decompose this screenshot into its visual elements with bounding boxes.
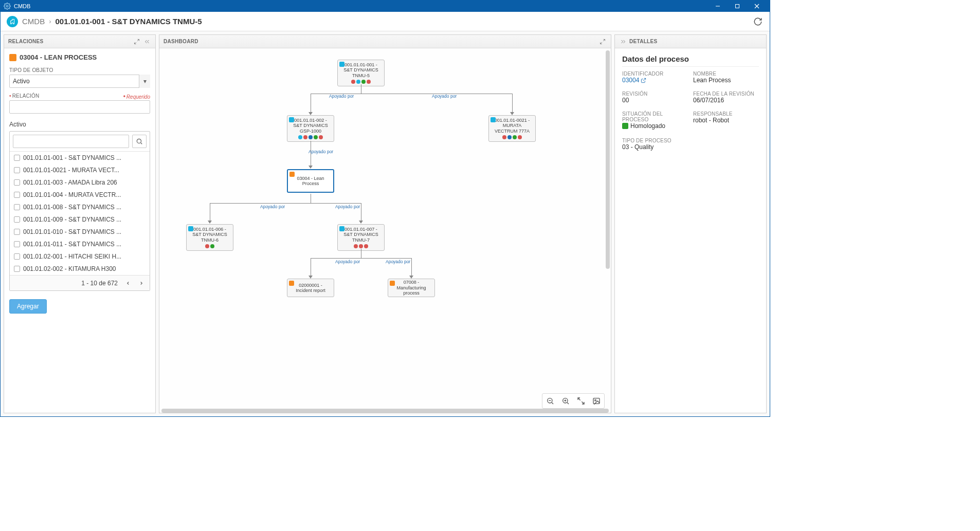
svg-line-16 <box>643 78 646 81</box>
diagram-node[interactable]: 001.01.01-006 - S&T DYNAMICS TNMU-6 <box>186 224 233 251</box>
fit-button[interactable] <box>574 395 588 407</box>
expand-icon[interactable] <box>133 38 141 46</box>
requerido-hint: Requerido <box>126 94 150 100</box>
status-icon <box>622 123 628 129</box>
svg-point-0 <box>6 5 8 7</box>
responsable-label: RESPONSABLE <box>693 111 759 117</box>
list-item[interactable]: 001.01.01-009 - S&T DYNAMICS ... <box>10 213 150 226</box>
pager-text: 1 - 10 de 672 <box>81 280 118 287</box>
situacion-value: Homologado <box>630 122 665 130</box>
detalles-panel: DETALLES Datos del proceso IDENTIFICADOR… <box>614 34 767 413</box>
list-item[interactable]: 001.01.02-002 - KITAMURA H300 <box>10 263 150 275</box>
titlebar-title: CMDB <box>14 3 708 9</box>
pager-prev[interactable] <box>123 278 133 288</box>
checkbox[interactable] <box>14 192 20 198</box>
diagram-node[interactable]: 001.01.01-001 - S&T DYNAMICS TNMU-5 <box>337 60 385 86</box>
tipo-objeto-label: TIPO DE OBJETO <box>9 67 150 73</box>
svg-line-11 <box>567 402 569 404</box>
pager-next[interactable] <box>136 278 147 288</box>
zoom-in-button[interactable] <box>559 395 572 407</box>
checkbox[interactable] <box>14 216 20 223</box>
fecha-value: 06/07/2016 <box>693 97 759 104</box>
list-item-label: 001.01.01-0021 - MURATA VECT... <box>23 167 119 174</box>
checkbox[interactable] <box>14 179 20 186</box>
relaciones-panel: RELACIONES 03004 - LEAN PROCESS TIPO DE … <box>4 34 156 413</box>
relacion-input[interactable] <box>9 100 150 114</box>
breadcrumb-root[interactable]: CMDB <box>22 17 45 26</box>
checkbox[interactable] <box>14 241 20 247</box>
collapse-left-icon[interactable] <box>143 38 151 46</box>
diagram-node[interactable]: 02000001 - Incident report <box>287 279 334 297</box>
detalles-title: DETALLES <box>629 39 657 44</box>
list-item[interactable]: 001.01.01-008 - S&T DYNAMICS ... <box>10 201 150 213</box>
list-item-label: 001.01.01-001 - S&T DYNAMICS ... <box>23 154 121 161</box>
zoom-out-button[interactable] <box>543 395 557 407</box>
diagram-node[interactable]: 07008 - Manufacturing process <box>388 279 435 297</box>
agregar-button[interactable]: Agregar <box>9 299 47 314</box>
relaciones-title: RELACIONES <box>8 39 44 44</box>
list-item-label: 001.01.01-010 - S&T DYNAMICS ... <box>23 228 121 235</box>
horizontal-scrollbar[interactable] <box>161 409 609 413</box>
edge-label: Apoyado por <box>335 204 360 209</box>
list-item[interactable]: 001.01.02-001 - HITACHI SEIKI H... <box>10 250 150 263</box>
list-item[interactable]: 001.01.01-0021 - MURATA VECT... <box>10 164 150 176</box>
checkbox[interactable] <box>14 266 20 272</box>
breadcrumb-current: 001.01.01-001 - S&T DYNAMICS TNMU-5 <box>56 17 202 26</box>
breadcrumb: CMDB › 001.01.01-001 - S&T DYNAMICS TNMU… <box>1 12 770 31</box>
list-item[interactable]: 001.01.01-003 - AMADA Libra 206 <box>10 176 150 189</box>
refresh-button[interactable] <box>752 16 764 27</box>
checkbox[interactable] <box>14 155 20 161</box>
list-item[interactable]: 001.01.01-004 - MURATA VECTR... <box>10 189 150 201</box>
list-item-label: 001.01.02-002 - KITAMURA H300 <box>23 265 116 272</box>
activo-listbox: 001.01.01-001 - S&T DYNAMICS ...001.01.0… <box>9 131 150 291</box>
image-button[interactable] <box>590 395 603 407</box>
checkbox[interactable] <box>14 253 20 260</box>
checkbox[interactable] <box>14 167 20 173</box>
diagram-node[interactable]: 001.01.01-002 - S&T DYNAMICS GSP-1000 <box>287 115 334 142</box>
building-icon <box>7 16 18 27</box>
tipo-objeto-select[interactable] <box>9 75 150 88</box>
identificador-link[interactable]: 03004 <box>622 77 646 84</box>
list-item-label: 001.01.01-009 - S&T DYNAMICS ... <box>23 216 121 223</box>
situacion-label: SITUACIÓN DEL PROCESO <box>622 111 688 122</box>
dashboard-title: DASHBOARD <box>164 39 198 44</box>
list-item-label: 001.01.01-004 - MURATA VECTR... <box>23 191 121 198</box>
external-link-icon <box>641 78 646 83</box>
tipo-proceso-label: TIPO DE PROCESO <box>622 138 688 143</box>
nombre-label: NOMBRE <box>693 71 759 77</box>
list-item[interactable]: 001.01.01-011 - S&T DYNAMICS ... <box>10 238 150 250</box>
svg-line-8 <box>552 402 553 404</box>
checkbox[interactable] <box>14 204 20 210</box>
activo-search-input[interactable] <box>13 135 129 148</box>
svg-point-15 <box>595 399 596 401</box>
detalles-section-title: Datos del proceso <box>622 54 759 67</box>
edge-label: Apoyado por <box>308 149 333 154</box>
edge-label: Apoyado por <box>386 259 410 264</box>
list-item-label: 001.01.01-011 - S&T DYNAMICS ... <box>23 241 121 248</box>
process-icon <box>9 54 16 61</box>
diagram-node[interactable]: 001.01.01-0021 - MURATA VECTRUM 777A <box>488 115 536 142</box>
responsable-value: robot - Robot <box>693 117 759 124</box>
maximize-button[interactable] <box>728 1 747 12</box>
svg-rect-2 <box>736 5 739 8</box>
revision-value: 00 <box>622 97 688 104</box>
diagram-node-selected[interactable]: 03004 - Lean Process <box>287 169 334 193</box>
tipo-proceso-value: 03 - Quality <box>622 143 688 151</box>
diagram-canvas[interactable]: 001.01.01-001 - S&T DYNAMICS TNMU-5 001.… <box>159 48 611 413</box>
search-button[interactable] <box>132 135 147 148</box>
gear-icon <box>4 3 11 10</box>
process-title: 03004 - LEAN PROCESS <box>20 53 97 61</box>
close-button[interactable] <box>747 1 767 12</box>
svg-point-5 <box>137 139 141 143</box>
expand-icon[interactable] <box>598 38 607 46</box>
minimize-button[interactable] <box>708 1 728 12</box>
list-item-label: 001.01.01-003 - AMADA Libra 206 <box>23 179 117 186</box>
checkbox[interactable] <box>14 229 20 235</box>
collapse-right-icon[interactable] <box>619 38 627 46</box>
identificador-label: IDENTIFICADOR <box>622 71 688 77</box>
list-item[interactable]: 001.01.01-010 - S&T DYNAMICS ... <box>10 226 150 238</box>
list-item[interactable]: 001.01.01-001 - S&T DYNAMICS ... <box>10 152 150 164</box>
vertical-scrollbar[interactable] <box>606 50 610 269</box>
activo-header: Activo <box>9 121 150 128</box>
diagram-node[interactable]: 001.01.01-007 - S&T DYNAMICS TNMU-7 <box>337 224 385 251</box>
